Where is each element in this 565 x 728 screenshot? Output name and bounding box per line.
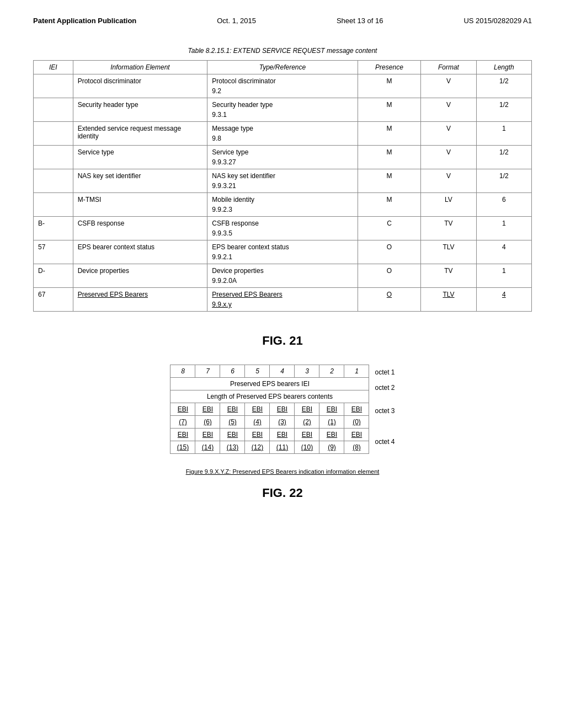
- bit-table-container: 87654321 Preserved EPS bearers IEILength…: [170, 365, 369, 454]
- cell-info: NAS key set identifier: [73, 169, 207, 193]
- cell-format: TLV: [421, 240, 476, 264]
- cell-presence: C: [358, 217, 421, 240]
- table-row: Protocol discriminatorProtocol discrimin…: [34, 74, 532, 98]
- cell-format: TV: [421, 217, 476, 240]
- ebi-ref-cell: (2): [295, 416, 319, 429]
- table-row: 57EPS bearer context statusEPS bearer co…: [34, 240, 532, 264]
- cell-type: Protocol discriminator9.2: [207, 74, 358, 98]
- ebi-cell: EBI: [245, 403, 270, 416]
- octet-label: octet 4: [375, 426, 395, 457]
- cell-length: 1/2: [476, 98, 531, 122]
- cell-iei: [34, 122, 73, 146]
- octet-labels: octet 1octet 2octet 3octet 4: [375, 365, 395, 457]
- cell-type: Message type9.8: [207, 122, 358, 146]
- table-header-row: IEI Information Element Type/Reference P…: [34, 61, 532, 74]
- col-iei: IEI: [34, 61, 73, 74]
- ebi-ref-cell: (0): [344, 416, 369, 429]
- cell-presence: M: [358, 98, 421, 122]
- col-format: Format: [421, 61, 476, 74]
- bit-diagram-section: 87654321 Preserved EPS bearers IEILength…: [33, 365, 532, 457]
- table-section: Table 8.2.15.1: EXTEND SERVICE REQUEST m…: [33, 47, 532, 312]
- cell-presence: M: [358, 146, 421, 169]
- cell-presence: M: [358, 169, 421, 193]
- cell-info: EPS bearer context status: [73, 240, 207, 264]
- ebi-cell-4: EBI: [195, 429, 220, 441]
- bit-header-row: 87654321: [170, 365, 369, 378]
- table-row: 67Preserved EPS BearersPreserved EPS Bea…: [34, 288, 532, 312]
- pub-title: Patent Application Publication: [33, 17, 136, 25]
- cell-format: TLV: [421, 288, 476, 312]
- ebi-cell-4: EBI: [319, 429, 344, 441]
- ebi-cell: EBI: [220, 403, 245, 416]
- ebi-ref-cell-4: (13): [220, 441, 245, 454]
- octet-label: octet 2: [375, 380, 395, 395]
- cell-length: 1/2: [476, 169, 531, 193]
- bit-row-3: EBIEBIEBIEBIEBIEBIEBIEBI: [170, 403, 369, 416]
- cell-presence: M: [358, 122, 421, 146]
- bit-header-cell: 3: [295, 365, 319, 378]
- cell-iei: D-: [34, 264, 73, 288]
- cell-length: 4: [476, 240, 531, 264]
- bit-header-cell: 2: [319, 365, 344, 378]
- main-table: IEI Information Element Type/Reference P…: [33, 60, 532, 312]
- fig22-label: FIG. 22: [33, 486, 532, 500]
- ebi-ref-cell: (3): [270, 416, 295, 429]
- cell-info: CSFB response: [73, 217, 207, 240]
- ebi-ref-cell-4: (15): [170, 441, 195, 454]
- bit-header-cell: 5: [245, 365, 270, 378]
- ebi-ref-cell: (7): [170, 416, 195, 429]
- cell-length: 6: [476, 193, 531, 217]
- ebi-ref-cell: (6): [195, 416, 220, 429]
- ebi-ref-cell-4: (9): [319, 441, 344, 454]
- cell-info: Device properties: [73, 264, 207, 288]
- preserved-eps-iei-label: Preserved EPS bearers IEI: [170, 378, 369, 390]
- cell-format: V: [421, 98, 476, 122]
- ebi-ref-cell-4: (14): [195, 441, 220, 454]
- ebi-cell: EBI: [319, 403, 344, 416]
- cell-length: 1/2: [476, 146, 531, 169]
- cell-format: V: [421, 169, 476, 193]
- ebi-cell-4: EBI: [245, 429, 270, 441]
- cell-info: Preserved EPS Bearers: [73, 288, 207, 312]
- table-row: Security header typeSecurity header type…: [34, 98, 532, 122]
- cell-presence: O: [358, 240, 421, 264]
- ebi-cell: EBI: [195, 403, 220, 416]
- octet-label: octet 3: [375, 395, 395, 426]
- ebi-cell: EBI: [270, 403, 295, 416]
- patent-number: US 2015/0282029 A1: [463, 17, 532, 25]
- cell-iei: 67: [34, 288, 73, 312]
- table-row: M-TMSIMobile identity9.9.2.3MLV6: [34, 193, 532, 217]
- page-header: Patent Application Publication Oct. 1, 2…: [33, 17, 532, 25]
- octet-label: octet 1: [375, 365, 395, 380]
- ebi-cell: EBI: [295, 403, 319, 416]
- cell-type: Preserved EPS Bearers9.9.x.y: [207, 288, 358, 312]
- fig21-label: FIG. 21: [33, 334, 532, 348]
- col-length: Length: [476, 61, 531, 74]
- cell-format: LV: [421, 193, 476, 217]
- cell-type: Mobile identity9.9.2.3: [207, 193, 358, 217]
- bit-header-cell: 7: [195, 365, 220, 378]
- cell-type: Security header type9.3.1: [207, 98, 358, 122]
- cell-iei: 57: [34, 240, 73, 264]
- bit-table: 87654321 Preserved EPS bearers IEILength…: [170, 365, 369, 454]
- cell-iei: [34, 98, 73, 122]
- ebi-ref-cell-4: (11): [270, 441, 295, 454]
- cell-iei: [34, 193, 73, 217]
- cell-presence: M: [358, 74, 421, 98]
- ebi-cell: EBI: [170, 403, 195, 416]
- cell-info: Protocol discriminator: [73, 74, 207, 98]
- table-row: D-Device propertiesDevice properties9.9.…: [34, 264, 532, 288]
- cell-format: V: [421, 146, 476, 169]
- ebi-cell-4: EBI: [170, 429, 195, 441]
- table-row: B-CSFB responseCSFB response9.9.3.5CTV1: [34, 217, 532, 240]
- cell-iei: B-: [34, 217, 73, 240]
- cell-presence: M: [358, 193, 421, 217]
- table-row: NAS key set identifierNAS key set identi…: [34, 169, 532, 193]
- bit-header-cell: 6: [220, 365, 245, 378]
- ebi-cell-4: EBI: [220, 429, 245, 441]
- pub-date: Oct. 1, 2015: [217, 17, 256, 25]
- cell-type: NAS key set identifier9.9.3.21: [207, 169, 358, 193]
- ebi-ref-cell-4: (12): [245, 441, 270, 454]
- ebi-cell: EBI: [344, 403, 369, 416]
- cell-info: M-TMSI: [73, 193, 207, 217]
